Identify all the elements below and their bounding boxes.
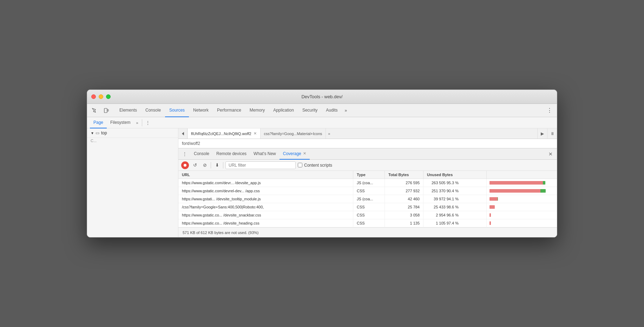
row-type: CSS [353,203,385,211]
toolbar-separator [211,162,211,168]
device-toggle-icon[interactable] [102,106,111,115]
row-url: https://www.gstatic.co... /devsite_headi… [178,219,353,227]
top-folder[interactable]: ▼ ▭ top [87,128,178,138]
tab-performance[interactable]: Performance [213,104,245,117]
tab-audits[interactable]: Audits [322,104,342,117]
row-unused-bytes: 251 370 90.4 % [423,187,487,195]
coverage-record-button[interactable] [181,161,189,169]
folder-arrow-icon: ▼ [91,131,94,135]
row-url: https://www.gstatic.co... /devsite_snack… [178,211,353,219]
svg-rect-0 [104,108,107,113]
devtools-menu-icon[interactable]: ⋮ [545,106,554,115]
row-bar-cell [487,195,557,203]
coverage-cancel-button[interactable]: ⊘ [201,161,209,169]
drawer-tab-remote-devices[interactable]: Remote devices [213,148,250,160]
main-tabbar: Elements Console Sources Network Perform… [87,104,557,117]
pause-button[interactable]: ⏸ [547,128,557,139]
tab-network[interactable]: Network [189,104,213,117]
coverage-export-button[interactable]: ⬇ [213,161,221,169]
file-tabs-more-button[interactable]: » [326,132,332,136]
sources-tab-filesystem[interactable]: Filesystem [107,117,134,128]
inspect-icon[interactable] [90,106,99,115]
row-total-bytes: 25 784 [385,203,423,211]
toolbar-divider [142,119,142,126]
toolbar-separator-2 [223,162,223,168]
row-bar-cell [487,211,557,219]
bottom-drawer: ⋮ Console Remote devices What's New Cove… [178,148,557,237]
file-tabs-bar: flUhRq6tzZclQEJ...NcIhQ8tQ.woff2 ✕ css?f… [178,128,557,139]
file-tab-css-icons[interactable]: css?family=Goog...Material+Icons [261,128,326,139]
row-url: https://www.gstatic.com/devr... /devsite… [178,179,353,187]
coverage-tab-close[interactable]: ✕ [303,151,306,156]
row-bar-cell [487,203,557,211]
table-row[interactable]: /css?family=Google+Sans:400,500|Roboto:4… [178,203,557,211]
table-row[interactable]: https://www.gstatic.co... /devsite_snack… [178,211,557,219]
coverage-reload-button[interactable]: ↺ [191,161,199,169]
col-header-type: Type [353,171,385,179]
row-url: https://www.gstatic.com/devrel-dev... /a… [178,187,353,195]
status-bar: 571 KB of 612 KB bytes are not used. (93… [178,227,557,237]
left-nav-partial-row: C... [87,138,178,144]
status-text: 571 KB of 612 KB bytes are not used. (93… [183,231,258,235]
table-header: URL Type Total Bytes Unused Bytes [178,171,557,179]
drawer-close-button[interactable]: ✕ [546,150,555,158]
drawer-tab-console[interactable]: Console [190,148,213,160]
drawer-menu-icon[interactable]: ⋮ [180,150,189,158]
coverage-rows: https://www.gstatic.com/devr... /devsite… [178,179,557,227]
devtools-window: DevTools - web.dev/ Elements Console [87,89,557,238]
col-header-bar [487,171,557,179]
coverage-panel: ↺ ⊘ ⬇ Content scripts [178,160,557,237]
svg-rect-1 [107,109,109,111]
table-row[interactable]: https://www.gstatic.com/devrel-dev... /a… [178,187,557,195]
row-type: JS (coa... [353,195,385,203]
sources-tab-page[interactable]: Page [90,117,107,128]
svg-marker-2 [182,132,184,135]
row-type: CSS [353,187,385,195]
row-url: /css?family=Google+Sans:400,500|Roboto:4… [178,203,353,211]
row-unused-bytes: 39 972 94.1 % [423,195,487,203]
maximize-button[interactable] [106,94,111,99]
titlebar: DevTools - web.dev/ [87,90,557,104]
file-tab-back-button[interactable] [178,128,188,139]
breadcrumb-label: font/woff2 [178,139,557,148]
row-total-bytes: 276 595 [385,179,423,187]
window-title: DevTools - web.dev/ [301,94,342,99]
content-scripts-toggle[interactable]: Content scripts [298,163,332,168]
file-tab-actions: ▶ ⏸ [537,128,557,139]
sources-more-tabs-button[interactable]: » [134,121,140,125]
url-filter-input[interactable] [225,161,296,169]
split-area: ▼ ▭ top C... flUhRq6tzZclQEJ...NcIhQ8tQ.… [87,128,557,237]
more-tabs-button[interactable]: » [342,108,350,113]
tab-elements[interactable]: Elements [115,104,141,117]
file-tab-woff2-close[interactable]: ✕ [254,131,257,136]
row-unused-bytes: 2 954 96.6 % [423,211,487,219]
coverage-toolbar: ↺ ⊘ ⬇ Content scripts [178,160,557,171]
tab-console[interactable]: Console [141,104,165,117]
tab-sources[interactable]: Sources [165,104,189,117]
row-total-bytes: 1 135 [385,219,423,227]
row-unused-bytes: 263 505 95.3 % [423,179,487,187]
row-unused-bytes: 1 105 97.4 % [423,219,487,227]
drawer-tab-coverage[interactable]: Coverage ✕ [280,148,310,160]
col-header-total: Total Bytes [385,171,423,179]
row-unused-bytes: 25 433 98.6 % [423,203,487,211]
table-row[interactable]: https://www.gstatic.com/devr... /devsite… [178,179,557,187]
table-row[interactable]: https://www.gstatic.co... /devsite_headi… [178,219,557,227]
drawer-tab-whats-new[interactable]: What's New [250,148,280,160]
table-row[interactable]: https://www.gstati... /devsite_tooltip_m… [178,195,557,203]
left-nav-panel: ▼ ▭ top C... [87,128,178,237]
row-total-bytes: 42 460 [385,195,423,203]
content-scripts-checkbox[interactable] [298,163,302,167]
tab-memory[interactable]: Memory [245,104,269,117]
file-tab-woff2[interactable]: flUhRq6tzZclQEJ...NcIhQ8tQ.woff2 ✕ [188,128,261,139]
minimize-button[interactable] [99,94,103,99]
sources-menu-icon[interactable]: ⋮ [144,119,152,127]
run-snippet-button[interactable]: ▶ [537,128,547,139]
row-total-bytes: 277 932 [385,187,423,195]
row-type: JS (coa... [353,179,385,187]
tab-application[interactable]: Application [269,104,298,117]
close-button[interactable] [91,94,96,99]
row-bar-cell [487,219,557,227]
folder-icon: ▭ [96,131,99,135]
tab-security[interactable]: Security [298,104,322,117]
